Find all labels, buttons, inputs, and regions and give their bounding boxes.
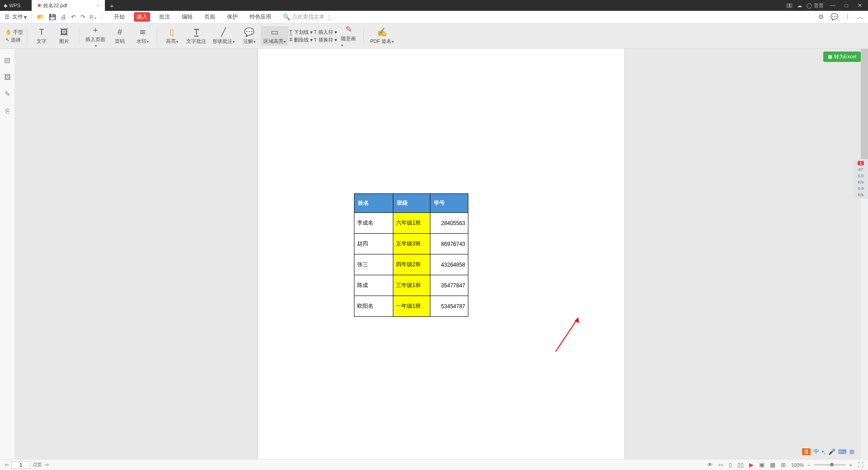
highlight-icon: ▯ [170, 27, 174, 37]
separator [363, 27, 364, 45]
tab-protect[interactable]: 保护 [224, 12, 241, 22]
left-sidebar: ▤ 🖼 ✎ ⎘ [0, 49, 14, 459]
tab-start[interactable]: 开始 [111, 12, 127, 22]
ime-mic-icon[interactable]: 🎤 [828, 448, 835, 455]
strikeout-button[interactable]: T̶删除线▾ [289, 37, 313, 43]
notification-badge[interactable]: 1 [786, 3, 793, 8]
insert-page-button[interactable]: ＋插入页面▾ [83, 24, 108, 49]
pdf-file-icon [38, 4, 41, 7]
image-button[interactable]: 🖼图片 [53, 27, 75, 46]
window-maximize-button[interactable]: □ [842, 2, 851, 9]
collapse-ribbon-icon[interactable]: ︿ [857, 13, 863, 21]
layout2-icon[interactable]: ▦ [770, 461, 775, 468]
replace-char-button[interactable]: T替换符▾ [314, 37, 337, 43]
page-number-input[interactable] [11, 461, 30, 469]
window-minimize-button[interactable]: — [828, 2, 837, 9]
image-panel-icon[interactable]: 🖼 [4, 73, 11, 81]
wps-logo-icon: ◆ [4, 3, 7, 9]
file-menu[interactable]: 文件 ▾ [12, 13, 27, 21]
ime-lang[interactable]: 中 [813, 447, 819, 456]
performance-widget[interactable]: 1 67 0.0 K/s 0.9 K/s [854, 159, 868, 199]
insert-char-button[interactable]: T插入符▾ [314, 29, 337, 36]
divider [102, 14, 102, 21]
pdf-sign-button[interactable]: ✍PDF 签名▾ [368, 26, 396, 46]
document-viewport[interactable]: 姓名 班级 学号 李成名六年级1班28405563 赵四五年级3班8697674… [14, 49, 868, 459]
search-box[interactable]: 🔍 点此查找文本 ⋮ [283, 13, 332, 21]
user-menu[interactable]: ◯ 普普 [807, 2, 824, 9]
search-more-icon: ⋮ [326, 14, 332, 20]
text-button[interactable]: T文字 [31, 27, 52, 46]
table-row: 李成名六年级1班28405563 [354, 213, 468, 234]
text-annotation-button[interactable]: T̲文字批注 [184, 26, 209, 46]
fit-width-icon[interactable]: ⇿ [718, 461, 723, 468]
layout1-icon[interactable]: ▣ [759, 461, 764, 468]
ime-logo-icon: S [802, 448, 811, 455]
tab-features[interactable]: 特色应用 [247, 12, 274, 22]
convert-to-excel-button[interactable]: ▦ 转为Excel [823, 52, 861, 62]
ime-toolbar[interactable]: S 中 •, 🎤 ⌨ ⊞ [802, 447, 854, 456]
shape-annotation-button[interactable]: ╱形状批注▾ [210, 26, 237, 46]
next-page-button[interactable]: ⇨ [45, 462, 49, 468]
fullscreen-icon[interactable]: ⛶ [858, 461, 863, 468]
ime-keyboard-icon[interactable]: ⌨ [838, 448, 847, 455]
ime-grid-icon[interactable]: ⊞ [849, 448, 854, 455]
col-header-class: 班级 [393, 194, 430, 213]
single-page-icon[interactable]: ▯ [729, 461, 732, 468]
tab-annotate[interactable]: 批注 [156, 12, 173, 22]
settings-icon[interactable]: ⚙ [818, 13, 824, 21]
insert-char-icon: T [314, 29, 317, 35]
svg-line-0 [556, 318, 578, 352]
area-highlight-button[interactable]: ▭区域高亮▾ [261, 26, 288, 46]
underline-button[interactable]: T̲下划线▾ [289, 29, 313, 36]
prev-page-button[interactable]: ⇦ [5, 462, 9, 468]
tab-edit[interactable]: 编辑 [179, 12, 195, 22]
zoom-slider[interactable] [814, 464, 846, 465]
file-menu-label: 文件 [12, 13, 23, 21]
comment-button[interactable]: 💬注解▾ [238, 26, 260, 46]
save-icon[interactable]: 💾 [49, 14, 56, 20]
replace-char-icon: T [314, 37, 317, 42]
page-num-icon: # [118, 28, 122, 37]
table-row: 欧阳名一年级1班53454787 [354, 296, 468, 317]
pdf-page: 姓名 班级 学号 李成名六年级1班28405563 赵四五年级3班8697674… [258, 49, 624, 459]
tab-page[interactable]: 页面 [202, 12, 218, 22]
highlight-button[interactable]: ▯高亮▾ [161, 26, 183, 46]
zoom-out-button[interactable]: − [807, 462, 810, 468]
print-icon[interactable]: 🖨 [61, 14, 66, 20]
layout3-icon[interactable]: ⊞ [781, 461, 786, 468]
wps-logo: ◆ WPS [0, 3, 32, 9]
bookmark-panel-icon[interactable]: ✎ [5, 90, 10, 98]
text-annot-icon: T̲ [194, 27, 199, 37]
watermark-button[interactable]: ≋水印▾ [132, 26, 153, 46]
eye-icon[interactable]: 👁 [707, 461, 713, 468]
attachment-panel-icon[interactable]: ⎘ [5, 107, 9, 115]
perf-alert-badge: 1 [858, 161, 863, 165]
export-icon[interactable]: ⎘▾ [90, 14, 97, 20]
perf-dn-unit: K/s [858, 193, 863, 197]
feedback-icon[interactable]: 💬 [830, 13, 838, 21]
watermark-icon: ≋ [139, 27, 146, 37]
hand-icon: ✋ [5, 29, 12, 35]
select-mode-button[interactable]: ↖选择 [5, 37, 23, 43]
two-page-icon[interactable]: ▯▯ [737, 461, 744, 468]
open-icon[interactable]: 📂 [37, 14, 44, 20]
document-tab[interactable]: 姓名22.pdf • [32, 0, 105, 11]
undo-icon[interactable]: ↶ [71, 14, 76, 20]
ime-punct[interactable]: •, [822, 448, 826, 455]
redo-icon[interactable]: ↷ [80, 14, 85, 20]
comment-icon: 💬 [244, 27, 254, 37]
play-icon[interactable]: ▶ [749, 461, 754, 468]
vertical-scrollbar[interactable] [861, 49, 868, 459]
freehand-button[interactable]: ✎随意画▾ [338, 24, 360, 48]
page-number-button[interactable]: #页码 [109, 27, 131, 46]
hamburger-icon[interactable]: ☰ [5, 14, 9, 20]
title-bar: ◆ WPS 姓名22.pdf • + 1 ☁ ◯ 普普 — □ ✕ [0, 0, 868, 11]
hand-mode-button[interactable]: ✋手型 [5, 29, 23, 36]
thumbnail-panel-icon[interactable]: ▤ [4, 56, 10, 64]
window-close-button[interactable]: ✕ [855, 2, 864, 9]
new-tab-button[interactable]: + [105, 2, 118, 9]
cloud-icon[interactable]: ☁ [797, 3, 802, 9]
zoom-in-button[interactable]: + [849, 462, 852, 468]
more-icon[interactable]: ⋮ [844, 13, 851, 21]
tab-insert[interactable]: 插入 [134, 12, 150, 22]
